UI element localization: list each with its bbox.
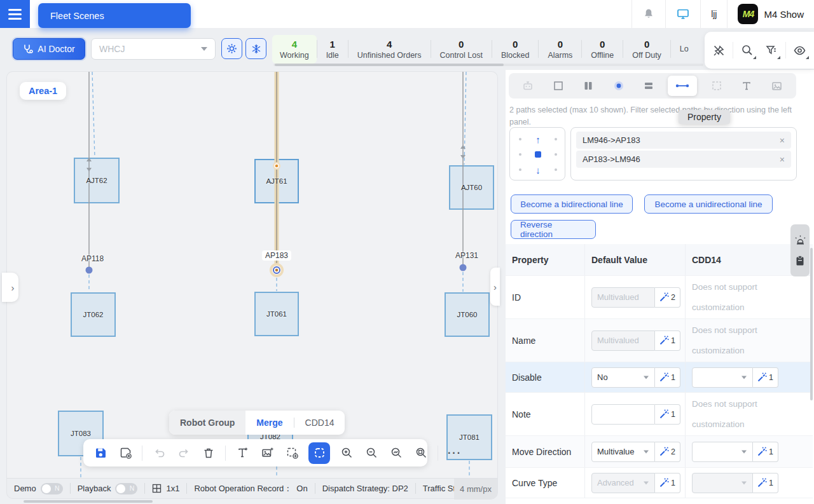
node-AJT61[interactable]: AJT61 bbox=[254, 159, 299, 203]
chevron-down-icon bbox=[742, 376, 747, 379]
stat-alarms[interactable]: 0 Alarms bbox=[539, 38, 581, 60]
stat-control-lost[interactable]: 0 Control Lost bbox=[431, 38, 492, 60]
path-item[interactable]: LM946->AP183 × bbox=[576, 132, 791, 149]
stat-clipped[interactable]: Lo bbox=[671, 44, 698, 54]
marquee-select-button[interactable] bbox=[308, 442, 330, 464]
monitor-button[interactable] bbox=[666, 0, 700, 28]
tab-robot-group[interactable]: Robot Group bbox=[169, 411, 245, 435]
redo-button[interactable] bbox=[176, 445, 192, 461]
path-item[interactable]: AP183->LM946 × bbox=[576, 151, 791, 168]
discard-save-button[interactable] bbox=[117, 445, 134, 461]
magic-wand-button[interactable]: 1 bbox=[753, 367, 778, 388]
magic-wand-button[interactable]: 1 bbox=[655, 367, 680, 388]
stat-blocked[interactable]: 0 Blocked bbox=[492, 38, 538, 60]
reverse-direction-button[interactable]: Reverse direction bbox=[511, 220, 596, 239]
stat-unfinished-orders[interactable]: 4 Unfinished Orders bbox=[348, 38, 431, 60]
move-direction-default-select[interactable]: Multivalue bbox=[591, 442, 655, 462]
tab-fleet-scenes[interactable]: Fleet Scenes bbox=[38, 3, 191, 28]
note-default-input[interactable] bbox=[591, 404, 655, 425]
point-AP118[interactable]: AP118 bbox=[78, 254, 107, 264]
disable-cdd14-select[interactable] bbox=[692, 367, 753, 388]
node-JT061[interactable]: JT061 bbox=[254, 292, 299, 336]
ai-doctor-button[interactable]: AI Doctor bbox=[13, 38, 85, 60]
magic-wand-button[interactable]: 2 bbox=[655, 287, 680, 308]
tool-path[interactable] bbox=[668, 76, 697, 96]
tool-text[interactable] bbox=[736, 76, 757, 96]
zoom-to-image-button[interactable] bbox=[388, 445, 404, 461]
add-text-button[interactable] bbox=[234, 445, 251, 461]
zoom-fit-button[interactable] bbox=[413, 445, 429, 461]
right-panel-expander[interactable]: › bbox=[490, 268, 500, 306]
robot-operation-record[interactable]: Robot Operation Record： On bbox=[187, 483, 314, 494]
scene-settings-button[interactable] bbox=[221, 38, 242, 59]
point-AP131[interactable]: AP131 bbox=[452, 250, 481, 261]
menu-button[interactable] bbox=[0, 0, 30, 28]
dispatch-strategy[interactable]: Dispatch Strategy: DP2 bbox=[315, 484, 415, 493]
move-direction-cdd14-select[interactable] bbox=[692, 442, 753, 462]
save-button[interactable] bbox=[92, 445, 109, 461]
delete-button[interactable] bbox=[200, 445, 217, 461]
tab-cdd14[interactable]: CDD14 bbox=[294, 411, 345, 435]
pin-disabled-button[interactable] bbox=[709, 41, 728, 60]
magic-wand-button[interactable]: 1 bbox=[753, 473, 778, 493]
add-image-button[interactable] bbox=[259, 445, 275, 461]
stat-working[interactable]: 4 Working bbox=[272, 35, 317, 64]
notifications-button[interactable] bbox=[632, 0, 665, 28]
direction-all-button[interactable] bbox=[535, 151, 541, 158]
magic-wand-button[interactable]: 2 bbox=[655, 442, 680, 462]
stat-off-duty[interactable]: 0 Off Duty bbox=[623, 38, 670, 60]
record-value: On bbox=[296, 484, 307, 493]
tool-point[interactable] bbox=[608, 76, 630, 96]
tool-image[interactable] bbox=[766, 76, 788, 96]
stat-offline[interactable]: 0 Offline bbox=[582, 38, 623, 60]
visibility-button[interactable] bbox=[790, 41, 810, 60]
node-JT060[interactable]: JT060 bbox=[445, 292, 490, 337]
tab-merge[interactable]: Merge bbox=[245, 411, 293, 435]
close-icon[interactable]: × bbox=[780, 154, 785, 165]
direction-down-button[interactable]: ↓ bbox=[535, 165, 541, 175]
search-map-button[interactable] bbox=[738, 41, 757, 60]
filter-map-button[interactable] bbox=[762, 41, 781, 60]
map-canvas[interactable]: AJT62 AJT61 AJT60 JT062 JT061 JT060 JT08… bbox=[6, 71, 498, 478]
magic-wand-button[interactable]: 1 bbox=[753, 442, 778, 462]
unidirectional-button[interactable]: Become a unidirectional line bbox=[644, 194, 773, 214]
disable-default-select[interactable]: No bbox=[591, 367, 655, 388]
zoom-in-button[interactable] bbox=[338, 445, 355, 461]
demo-toggle[interactable]: N bbox=[41, 483, 63, 494]
tool-robot[interactable] bbox=[517, 76, 539, 96]
node-JT062[interactable]: JT062 bbox=[71, 292, 116, 337]
scene-select[interactable]: WHCJ bbox=[91, 38, 216, 60]
stats-scrollbar[interactable] bbox=[273, 64, 703, 66]
add-region-button[interactable] bbox=[284, 445, 300, 461]
tool-region[interactable] bbox=[706, 76, 728, 96]
tool-shelf[interactable] bbox=[577, 76, 599, 96]
more-icon: ··· bbox=[448, 447, 462, 459]
more-tools-button[interactable]: ··· bbox=[446, 445, 463, 461]
clipboard-button[interactable] bbox=[795, 255, 805, 266]
left-panel-expander[interactable]: › bbox=[2, 273, 18, 302]
close-icon[interactable]: × bbox=[780, 135, 785, 146]
tool-rectangle[interactable] bbox=[548, 76, 569, 96]
node-AJT62[interactable]: AJT62 bbox=[74, 158, 120, 203]
node-AJT60[interactable]: AJT60 bbox=[449, 165, 494, 210]
user-menu[interactable]: ljj bbox=[701, 0, 727, 28]
bidirectional-button[interactable]: Become a bidirectional line bbox=[511, 194, 633, 214]
magic-wand-button[interactable]: 1 bbox=[655, 330, 680, 351]
playback-toggle[interactable]: N bbox=[115, 483, 137, 494]
filter-icon bbox=[765, 44, 778, 57]
grid-setting[interactable]: 1x1 bbox=[145, 484, 186, 493]
area-label[interactable]: Area-1 bbox=[20, 82, 66, 100]
tool-list[interactable] bbox=[638, 76, 659, 96]
magic-wand-button[interactable]: 1 bbox=[655, 473, 680, 493]
point-AP183[interactable]: AP183 bbox=[262, 250, 291, 261]
canvas-horizontal-scrollbar[interactable] bbox=[24, 500, 153, 503]
alarm-light-button[interactable] bbox=[794, 235, 806, 245]
undo-button[interactable] bbox=[151, 445, 167, 461]
property-tooltip: Property bbox=[679, 110, 730, 124]
panel-scrollbar[interactable] bbox=[810, 248, 813, 400]
stat-idle[interactable]: 1 Idle bbox=[317, 38, 348, 60]
magic-wand-button[interactable]: 1 bbox=[655, 404, 680, 425]
direction-up-button[interactable]: ↑ bbox=[535, 134, 541, 145]
scene-network-button[interactable] bbox=[245, 38, 266, 59]
zoom-out-button[interactable] bbox=[363, 445, 380, 461]
